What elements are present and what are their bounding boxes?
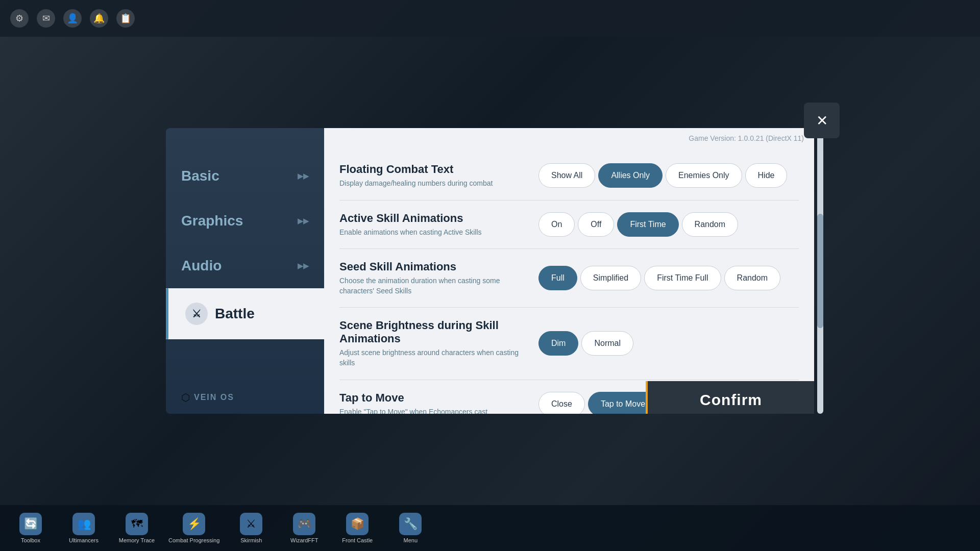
logo-text: VEIN OS [194,393,234,402]
audio-label: Audio [181,258,222,274]
taskbar-label-3: Combat Progressing [168,537,219,543]
battle-icon: ⚔ [185,303,208,325]
basic-arrow-icon: ▶▶ [298,172,309,180]
taskbar-icon-7: 🔧 [399,513,422,535]
main-content: Game Version: 1.0.0.21 (DirectX 11) Floa… [324,128,814,414]
setting-controls-floating-combat-text: Show AllAllies OnlyEnemies OnlyHide [538,163,799,188]
option-btn-scene-brightness-normal[interactable]: Normal [581,331,633,356]
game-version: Game Version: 1.0.0.21 (DirectX 11) [689,134,804,142]
option-btn-active-skill-animations-off[interactable]: Off [578,212,614,237]
taskbar-item-4[interactable]: ⚔Skirmish [226,508,277,548]
sidebar-item-graphics[interactable]: Graphics ▶▶ [166,198,324,243]
setting-title-floating-combat-text: Floating Combat Text [339,163,528,176]
close-button[interactable]: ✕ [804,103,840,138]
taskbar-icon-2: 🗺 [126,513,148,535]
taskbar-icon-1: 👥 [72,513,95,535]
setting-row-floating-combat-text: Floating Combat TextDisplay damage/heali… [339,152,799,201]
taskbar-label-4: Skirmish [240,537,262,543]
setting-title-seed-skill-animations: Seed Skill Animations [339,260,528,273]
option-btn-floating-combat-text-enemies-only[interactable]: Enemies Only [666,163,742,188]
setting-info-scene-brightness: Scene Brightness during Skill Animations… [339,319,528,368]
taskbar-icon-6: 📦 [346,513,369,535]
modal-backdrop: ✕ Basic ▶▶ Graphics ▶▶ Audio ▶▶ ⚔ Battle [0,37,980,505]
confirm-label: Confirm [700,391,762,409]
top-icon-profile[interactable]: 👤 [63,9,82,28]
top-icon-notifications[interactable]: 🔔 [90,9,108,28]
setting-controls-active-skill-animations: OnOffFirst TimeRandom [538,212,799,237]
setting-row-scene-brightness: Scene Brightness during Skill Animations… [339,308,799,380]
setting-row-active-skill-animations: Active Skill AnimationsEnable animations… [339,201,799,249]
option-btn-seed-skill-animations-first-time-full[interactable]: First Time Full [644,266,721,290]
version-bar: Game Version: 1.0.0.21 (DirectX 11) [324,128,814,146]
option-btn-floating-combat-text-show-all[interactable]: Show All [538,163,595,188]
taskbar-item-7[interactable]: 🔧Menu [385,508,436,548]
setting-controls-scene-brightness: DimNormal [538,331,799,356]
sidebar-item-basic[interactable]: Basic ▶▶ [166,154,324,198]
taskbar-icon-0: 🔄 [19,513,42,535]
taskbar-label-1: Ultimancers [69,537,99,543]
taskbar-label-2: Memory Trace [119,537,155,543]
taskbar-item-5[interactable]: 🎮WizardFFT [279,508,330,548]
taskbar-item-1[interactable]: 👥Ultimancers [58,508,109,548]
option-btn-seed-skill-animations-full[interactable]: Full [538,266,577,290]
basic-label: Basic [181,168,219,184]
setting-title-active-skill-animations: Active Skill Animations [339,212,528,225]
sidebar-item-audio[interactable]: Audio ▶▶ [166,243,324,288]
active-indicator [166,288,168,339]
setting-controls-seed-skill-animations: FullSimplifiedFirst Time FullRandom [538,266,799,290]
settings-dialog: ✕ Basic ▶▶ Graphics ▶▶ Audio ▶▶ ⚔ Battle [166,128,814,414]
settings-list: Floating Combat TextDisplay damage/heali… [324,146,814,414]
option-btn-floating-combat-text-allies-only[interactable]: Allies Only [598,163,663,188]
sidebar-item-battle[interactable]: ⚔ Battle [166,288,324,339]
taskbar-label-0: Toolbox [21,537,40,543]
option-btn-tap-to-move-close[interactable]: Close [538,392,585,414]
taskbar-icon-5: 🎮 [293,513,315,535]
setting-desc-floating-combat-text: Display damage/healing numbers during co… [339,179,528,189]
setting-info-seed-skill-animations: Seed Skill AnimationsChoose the animatio… [339,260,528,296]
setting-title-tap-to-move: Tap to Move [339,391,528,405]
taskbar-icon-3: ⚡ [183,513,205,535]
taskbar-label-6: Front Castle [342,537,373,543]
battle-label: Battle [215,306,255,322]
confirm-button[interactable]: Confirm [646,381,814,414]
setting-desc-seed-skill-animations: Choose the animation duration when casti… [339,276,528,296]
setting-info-tap-to-move: Tap to MoveEnable "Tap to Move" when Ech… [339,391,528,414]
taskbar-item-0[interactable]: 🔄Toolbox [5,508,56,548]
taskbar-icon-4: ⚔ [240,513,262,535]
top-icon-settings[interactable]: ⚙ [10,9,29,28]
taskbar-item-6[interactable]: 📦Front Castle [332,508,383,548]
taskbar-label-5: WizardFFT [290,537,318,543]
setting-info-floating-combat-text: Floating Combat TextDisplay damage/heali… [339,163,528,189]
taskbar-label-7: Menu [404,537,418,543]
setting-desc-tap-to-move: Enable "Tap to Move" when Echomancers ca… [339,407,528,414]
setting-desc-scene-brightness: Adjust scene brightness around character… [339,348,528,368]
sidebar: Basic ▶▶ Graphics ▶▶ Audio ▶▶ ⚔ Battle ⬡… [166,128,324,414]
setting-info-active-skill-animations: Active Skill AnimationsEnable animations… [339,212,528,238]
setting-row-seed-skill-animations: Seed Skill AnimationsChoose the animatio… [339,249,799,308]
scrollbar-track[interactable] [817,128,823,414]
top-icon-clipboard[interactable]: 📋 [116,9,135,28]
bottom-taskbar: 🔄Toolbox👥Ultimancers🗺Memory Trace⚡Combat… [0,505,980,551]
option-btn-active-skill-animations-random[interactable]: Random [682,212,738,237]
option-btn-active-skill-animations-first-time[interactable]: First Time [617,212,678,237]
top-bar: ⚙ ✉ 👤 🔔 📋 [0,0,980,37]
scrollbar-thumb[interactable] [817,214,823,328]
logo-area: ⬡ VEIN OS [166,381,324,414]
audio-arrow-icon: ▶▶ [298,262,309,270]
option-btn-seed-skill-animations-simplified[interactable]: Simplified [580,266,641,290]
graphics-label: Graphics [181,213,243,229]
option-btn-floating-combat-text-hide[interactable]: Hide [745,163,788,188]
setting-title-scene-brightness: Scene Brightness during Skill Animations [339,319,528,345]
taskbar-item-3[interactable]: ⚡Combat Progressing [164,508,224,548]
option-btn-active-skill-animations-on[interactable]: On [538,212,575,237]
option-btn-seed-skill-animations-random[interactable]: Random [724,266,780,290]
graphics-arrow-icon: ▶▶ [298,217,309,225]
top-icon-mail[interactable]: ✉ [37,9,55,28]
option-btn-scene-brightness-dim[interactable]: Dim [538,331,578,356]
taskbar-item-2[interactable]: 🗺Memory Trace [111,508,162,548]
setting-desc-active-skill-animations: Enable animations when casting Active Sk… [339,228,528,238]
